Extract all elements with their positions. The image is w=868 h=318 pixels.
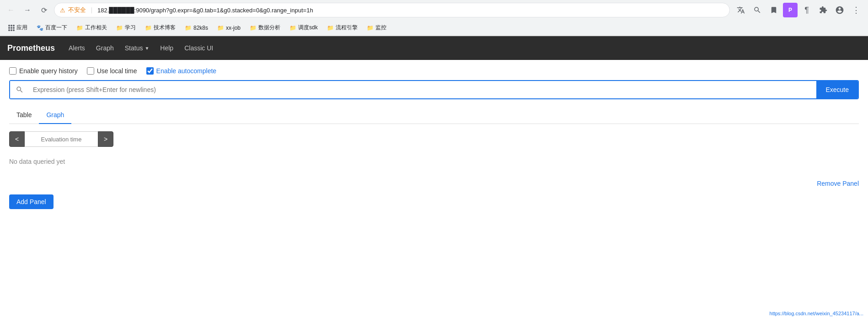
- tab-graph[interactable]: Graph: [39, 107, 71, 124]
- autocomplete-checkbox-label[interactable]: Enable autocomplete: [146, 67, 217, 75]
- nav-status[interactable]: Status ▼: [120, 42, 154, 54]
- eval-prev-button[interactable]: <: [9, 131, 25, 147]
- bookmark-82k8s-label: 82k8s: [193, 25, 208, 31]
- bookmark-study-label: 学习: [125, 24, 136, 32]
- bookmark-xxjob[interactable]: 📁 xx-job: [214, 23, 244, 32]
- profile-button[interactable]: [832, 3, 847, 17]
- bookmark-work[interactable]: 📁 工作相关: [73, 22, 111, 33]
- options-row: Enable query history Use local time Enab…: [9, 67, 859, 75]
- folder-icon: 📁: [145, 25, 152, 31]
- bookmarks-bar: 应用 🐾 百度一下 📁 工作相关 📁 学习 📁 技术博客 📁 82k8s 📁 x…: [0, 20, 868, 36]
- reload-button[interactable]: ⟳: [38, 4, 50, 16]
- bookmark-data-analysis-label: 数据分析: [258, 24, 280, 32]
- autocomplete-checkbox[interactable]: [146, 67, 154, 75]
- bookmark-data-analysis[interactable]: 📁 数据分析: [246, 22, 284, 33]
- bookmark-monitor[interactable]: 📁 监控: [363, 22, 390, 33]
- tab-table[interactable]: Table: [9, 107, 39, 124]
- prometheus-logo[interactable]: Prometheus: [7, 43, 55, 53]
- search-icon-wrap: [10, 81, 29, 98]
- autocomplete-label: Enable autocomplete: [156, 67, 217, 75]
- nav-status-label: Status: [125, 44, 143, 52]
- bookmark-workflow-label: 流程引擎: [336, 24, 358, 32]
- local-time-label: Use local time: [97, 67, 137, 75]
- eval-next-button[interactable]: >: [98, 131, 113, 147]
- bookmark-work-label: 工作相关: [85, 24, 107, 32]
- bookmark-apps[interactable]: 应用: [5, 22, 31, 33]
- folder-icon: 📁: [76, 25, 83, 31]
- folder-icon: 📁: [250, 25, 257, 31]
- bookmark-baidu[interactable]: 🐾 百度一下: [33, 22, 71, 33]
- nav-classic-ui[interactable]: Classic UI: [180, 42, 218, 54]
- bookmark-dispatch-sdk[interactable]: 📁 调度sdk: [286, 22, 321, 33]
- search-icon: [16, 86, 24, 94]
- extension-button1[interactable]: P: [783, 3, 798, 17]
- eval-time-input[interactable]: [25, 131, 98, 147]
- nav-status-dropdown-icon: ▼: [145, 46, 149, 51]
- address-bar[interactable]: ⚠ 不安全 ｜: [54, 3, 730, 17]
- folder-icon: 📁: [217, 25, 224, 31]
- bookmark-button[interactable]: [766, 3, 781, 17]
- add-panel-button[interactable]: Add Panel: [9, 194, 54, 209]
- nav-alerts[interactable]: Alerts: [64, 42, 90, 54]
- local-time-checkbox-label[interactable]: Use local time: [87, 67, 137, 75]
- bookmark-techblog[interactable]: 📁 技术博客: [141, 22, 179, 33]
- execute-button[interactable]: Execute: [816, 81, 858, 98]
- address-separator: ｜: [89, 6, 95, 14]
- browser-actions: P ¶ ⋮: [734, 3, 863, 17]
- forward-button[interactable]: →: [21, 4, 34, 16]
- nav-links: Alerts Graph Status ▼ Help Classic UI: [64, 42, 218, 54]
- security-warning-text: 不安全: [68, 6, 86, 14]
- back-button[interactable]: ←: [5, 4, 17, 16]
- no-data-message: No data queried yet: [9, 154, 859, 169]
- apps-grid-icon: [8, 25, 15, 31]
- folder-icon: 📁: [116, 25, 123, 31]
- search-bar: Execute: [9, 80, 859, 99]
- main-content: Enable query history Use local time Enab…: [0, 60, 868, 216]
- table-controls: < >: [9, 131, 859, 147]
- folder-icon: 📁: [367, 25, 374, 31]
- search-page-button[interactable]: [750, 3, 765, 17]
- extension-button2[interactable]: ¶: [799, 3, 814, 17]
- bookmark-study[interactable]: 📁 学习: [113, 22, 139, 33]
- extensions-menu-button[interactable]: [816, 3, 830, 17]
- expression-input[interactable]: [29, 81, 816, 98]
- folder-icon: 📁: [327, 25, 334, 31]
- query-history-checkbox[interactable]: [9, 67, 16, 75]
- panel-footer: Remove Panel: [9, 176, 859, 187]
- bookmark-techblog-label: 技术博客: [154, 24, 176, 32]
- nav-help[interactable]: Help: [155, 42, 178, 54]
- browser-chrome: ← → ⟳ ⚠ 不安全 ｜ P ¶ ⋮: [0, 0, 868, 36]
- folder-icon: 📁: [289, 25, 296, 31]
- baidu-icon: 🐾: [37, 25, 43, 31]
- query-history-checkbox-label[interactable]: Enable query history: [9, 67, 78, 75]
- nav-graph[interactable]: Graph: [91, 42, 118, 54]
- bookmark-workflow[interactable]: 📁 流程引擎: [323, 22, 361, 33]
- bookmark-dispatch-sdk-label: 调度sdk: [298, 24, 318, 32]
- bookmark-82k8s[interactable]: 📁 82k8s: [181, 23, 212, 32]
- browser-toolbar: ← → ⟳ ⚠ 不安全 ｜ P ¶ ⋮: [0, 0, 868, 20]
- bookmark-apps-label: 应用: [16, 24, 27, 32]
- remove-panel-link[interactable]: Remove Panel: [817, 180, 859, 187]
- bookmark-monitor-label: 监控: [375, 24, 386, 32]
- prometheus-navbar: Prometheus Alerts Graph Status ▼ Help Cl…: [0, 36, 868, 60]
- bookmark-baidu-label: 百度一下: [45, 24, 67, 32]
- address-input[interactable]: [97, 7, 724, 14]
- tabs-row: Table Graph: [9, 107, 859, 124]
- local-time-checkbox[interactable]: [87, 67, 94, 75]
- security-warning-icon: ⚠: [60, 7, 65, 14]
- chrome-menu-button[interactable]: ⋮: [849, 3, 863, 17]
- query-history-label: Enable query history: [19, 67, 78, 75]
- translate-button[interactable]: [734, 3, 748, 17]
- folder-icon: 📁: [185, 25, 192, 31]
- bookmark-xxjob-label: xx-job: [226, 25, 241, 31]
